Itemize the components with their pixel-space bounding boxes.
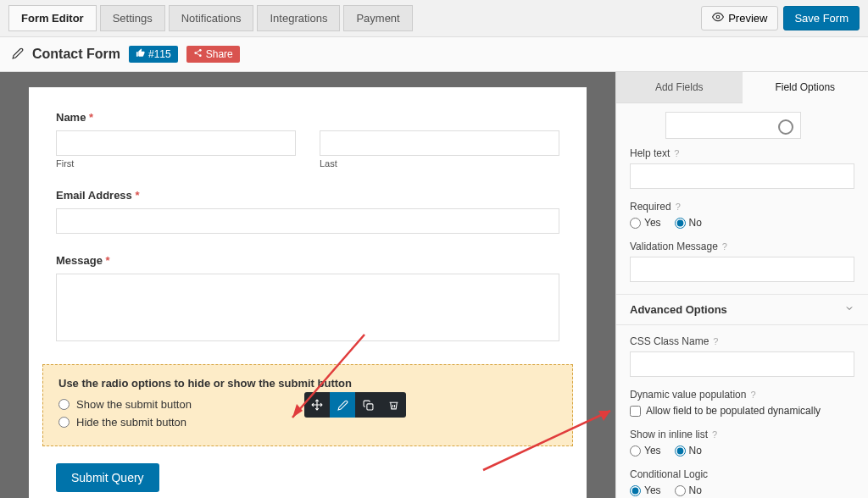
validation-input[interactable] <box>630 257 854 282</box>
preview-button[interactable]: Preview <box>701 6 778 30</box>
email-input[interactable] <box>56 208 559 234</box>
form-title: Contact Form <box>32 47 120 62</box>
svg-marker-12 <box>598 411 610 421</box>
name-field: Name * First Last <box>36 111 580 169</box>
email-field: Email Address * <box>36 189 580 234</box>
eye-icon <box>712 11 724 25</box>
name-label: Name * <box>56 111 559 124</box>
required-no: No <box>675 217 702 229</box>
validation-label: Validation Message ? <box>630 241 854 252</box>
conditional-no: No <box>675 484 702 496</box>
submit-button[interactable]: Submit Query <box>56 463 159 492</box>
sidebar-tab-field-options[interactable]: Field Options <box>743 72 869 103</box>
svg-line-5 <box>197 51 199 53</box>
required-label: Required ? <box>630 201 854 213</box>
help-text-label: Help text ? <box>630 147 854 159</box>
save-form-button[interactable]: Save Form <box>783 6 860 30</box>
conditional-yes: Yes <box>630 484 661 496</box>
message-textarea[interactable] <box>56 274 559 341</box>
move-icon[interactable] <box>304 392 330 418</box>
email-label: Email Address * <box>56 189 559 202</box>
tab-notifications[interactable]: Notifications <box>169 5 254 31</box>
radio-label: Use the radio options to hide or show th… <box>58 377 557 390</box>
inline-no: No <box>675 445 702 456</box>
svg-point-0 <box>716 15 720 19</box>
svg-point-1 <box>199 49 202 52</box>
inline-list-label: Show in inline list ? <box>630 429 854 440</box>
help-text-input[interactable] <box>630 163 854 189</box>
inline-yes: Yes <box>630 445 661 456</box>
svg-line-4 <box>197 53 199 55</box>
dynamic-checkbox[interactable] <box>630 406 641 417</box>
dynamic-label: Dynamic value population ? <box>630 389 854 401</box>
radio-show[interactable] <box>58 399 70 410</box>
svg-point-3 <box>199 54 202 57</box>
last-sublabel: Last <box>320 158 559 169</box>
last-name-input[interactable] <box>320 130 559 156</box>
main-tabs: Form Editor Settings Notifications Integ… <box>8 5 413 31</box>
help-icon: ? <box>712 429 717 440</box>
form-id-badge[interactable]: #115 <box>129 46 178 63</box>
help-icon: ? <box>676 202 681 212</box>
svg-rect-8 <box>366 403 372 409</box>
radio-option-hide: Hide the submit button <box>58 416 557 429</box>
tab-settings[interactable]: Settings <box>100 5 165 31</box>
advanced-options-heading[interactable]: Advanced Options <box>616 294 868 325</box>
message-field: Message * <box>36 254 580 344</box>
help-icon: ? <box>713 336 718 346</box>
share-badge[interactable]: Share <box>186 46 240 63</box>
conditional-logic-label: Conditional Logic <box>630 468 854 480</box>
required-yes: Yes <box>630 217 661 229</box>
message-label: Message * <box>56 254 559 267</box>
help-icon: ? <box>674 148 679 158</box>
radio-field-selected[interactable]: Use the radio options to hide or show th… <box>42 364 573 446</box>
edit-icon[interactable] <box>330 392 355 418</box>
radio-hide[interactable] <box>58 417 70 428</box>
pencil-icon <box>12 47 24 62</box>
sidebar-tab-add-fields[interactable]: Add Fields <box>616 72 743 103</box>
tab-form-editor[interactable]: Form Editor <box>8 5 97 31</box>
sidebar: Add Fields Field Options Help text ? Req… <box>615 72 868 498</box>
copy-icon[interactable] <box>355 392 381 418</box>
css-class-label: CSS Class Name ? <box>630 335 854 347</box>
first-name-input[interactable] <box>56 130 296 156</box>
first-sublabel: First <box>56 158 296 169</box>
chevron-down-icon <box>844 303 854 316</box>
share-icon <box>193 48 203 60</box>
svg-point-2 <box>194 52 197 54</box>
field-toolbar <box>304 392 406 418</box>
css-class-input[interactable] <box>630 351 854 377</box>
field-type-selector[interactable] <box>665 112 801 139</box>
trash-icon[interactable] <box>381 392 406 418</box>
help-icon: ? <box>750 390 755 400</box>
help-icon: ? <box>722 241 727 252</box>
thumbs-up-icon <box>136 48 145 60</box>
tab-payment[interactable]: Payment <box>343 5 412 31</box>
tab-integrations[interactable]: Integrations <box>257 5 340 31</box>
